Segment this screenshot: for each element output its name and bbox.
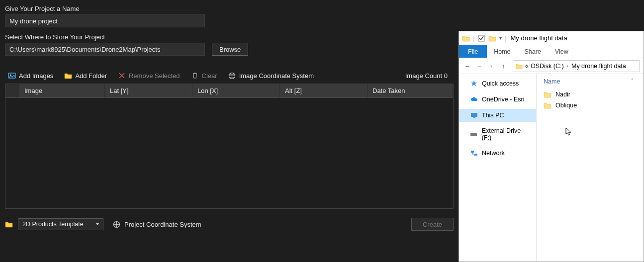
folder-item[interactable]: Nadir — [537, 89, 644, 100]
monitor-icon — [470, 111, 478, 119]
cloud-icon — [470, 95, 478, 103]
file-explorer-window: | ▾ | My drone flight data File Home Sha… — [459, 31, 644, 262]
explorer-nav-row: ← → ▾ ↑ « OSDisk (C:) › My drone flight … — [459, 58, 644, 74]
image-count-label: Image Count 0 — [405, 72, 451, 80]
footer-row: 2D Products Template Project Coordinate … — [5, 218, 454, 231]
explorer-titlebar[interactable]: | ▾ | My drone flight data — [459, 31, 644, 45]
chevron-up-icon: ˄ — [631, 78, 634, 84]
table-body-empty — [5, 98, 453, 208]
add-folder-label: Add Folder — [75, 72, 107, 80]
checkbox-icon[interactable] — [477, 34, 485, 42]
trash-icon — [191, 72, 199, 80]
project-setup-panel: Give Your Project a Name Select Where to… — [0, 0, 459, 262]
table-header-image[interactable]: Image — [19, 84, 105, 97]
globe-icon — [112, 220, 120, 228]
image-toolbar: Add Images Add Folder Remove Selected Cl… — [5, 70, 454, 82]
ribbon-tab-view[interactable]: View — [548, 45, 575, 58]
breadcrumb-folder[interactable]: My drone flight data — [571, 63, 626, 70]
clear-label: Clear — [202, 72, 217, 80]
svg-point-8 — [475, 134, 476, 135]
nav-forward-button[interactable]: → — [475, 63, 484, 70]
folder-icon — [488, 34, 496, 42]
folder-icon — [64, 72, 72, 80]
table-header-lat[interactable]: Lat [Y] — [105, 84, 192, 97]
project-coord-label: Project Coordinate System — [124, 221, 201, 228]
project-path-display[interactable]: C:\Users\mark8925\Documents\Drone2Map\Pr… — [5, 43, 205, 56]
clear-button[interactable]: Clear — [191, 72, 217, 80]
remove-icon — [118, 72, 126, 80]
image-coord-label: Image Coordinate System — [239, 72, 314, 80]
folder-icon — [515, 62, 523, 70]
add-images-button[interactable]: Add Images — [8, 72, 53, 80]
folder-icon — [544, 101, 552, 109]
column-header-name[interactable]: Name — [544, 78, 560, 85]
project-coord-button[interactable]: Project Coordinate System — [112, 220, 201, 228]
folder-icon — [544, 90, 552, 98]
globe-icon — [228, 72, 236, 80]
sidebar-item-label: OneDrive - Esri — [482, 96, 524, 103]
star-icon — [470, 80, 478, 87]
folder-icon — [462, 34, 470, 42]
remove-selected-label: Remove Selected — [129, 72, 180, 80]
address-bar[interactable]: « OSDisk (C:) › My drone flight data — [513, 60, 640, 72]
create-button[interactable]: Create — [411, 218, 454, 231]
sidebar-item-onedrive[interactable]: OneDrive - Esri — [459, 93, 536, 106]
nav-back-button[interactable]: ← — [463, 63, 472, 70]
svg-rect-5 — [471, 113, 477, 117]
image-coord-button[interactable]: Image Coordinate System — [228, 72, 314, 80]
table-header-alt[interactable]: Alt [Z] — [280, 84, 368, 97]
sidebar-item-label: Network — [482, 150, 505, 157]
breadcrumb-prefix[interactable]: « — [525, 63, 529, 70]
folder-item-label: Nadir — [555, 91, 570, 98]
nav-recent-dropdown[interactable]: ▾ — [487, 64, 496, 69]
ribbon-tab-file[interactable]: File — [459, 45, 487, 58]
sidebar-item-quick-access[interactable]: Quick access — [459, 77, 536, 90]
browse-button[interactable]: Browse — [212, 43, 248, 56]
add-images-label: Add Images — [19, 72, 53, 80]
ribbon-tab-share[interactable]: Share — [518, 45, 548, 58]
sidebar-item-label: This PC — [482, 112, 504, 119]
table-header-row: Image Lat [Y] Lon [X] Alt [Z] Date Taken — [5, 84, 453, 98]
project-store-label: Select Where to Store Your Project — [5, 33, 454, 41]
qat-dropdown-icon[interactable]: ▾ — [499, 35, 502, 41]
breadcrumb-drive[interactable]: OSDisk (C:) — [531, 63, 564, 70]
remove-selected-button[interactable]: Remove Selected — [118, 72, 180, 80]
project-name-input[interactable] — [5, 14, 205, 27]
folder-item-label: Oblique — [555, 102, 577, 109]
sidebar-item-network[interactable]: Network — [459, 147, 536, 160]
table-header-selector[interactable] — [5, 84, 19, 97]
template-folder-icon — [5, 220, 13, 228]
sidebar-item-external-drive[interactable]: External Drive (F:) — [459, 125, 536, 144]
svg-rect-4 — [478, 35, 484, 41]
table-header-lon[interactable]: Lon [X] — [192, 84, 280, 97]
svg-rect-6 — [473, 117, 475, 118]
images-icon — [8, 72, 16, 80]
add-folder-button[interactable]: Add Folder — [64, 72, 107, 80]
folder-item[interactable]: Oblique — [537, 100, 644, 111]
template-select[interactable]: 2D Products Template — [18, 218, 103, 230]
table-header-date[interactable]: Date Taken — [368, 84, 453, 97]
project-name-label: Give Your Project a Name — [5, 5, 454, 12]
chevron-right-icon: › — [566, 63, 569, 69]
explorer-ribbon: File Home Share View — [459, 45, 644, 58]
explorer-sidebar: Quick access OneDrive - Esri This PC — [459, 74, 537, 262]
network-icon — [470, 149, 478, 157]
sidebar-item-label: Quick access — [482, 80, 519, 87]
explorer-title-text: My drone flight data — [511, 34, 567, 42]
sidebar-item-this-pc[interactable]: This PC — [459, 109, 536, 122]
drive-icon — [470, 130, 478, 138]
sidebar-item-label: External Drive (F:) — [482, 127, 531, 141]
ribbon-tab-home[interactable]: Home — [487, 45, 517, 58]
explorer-content[interactable]: Name ˄ Nadir Oblique — [537, 74, 644, 262]
nav-up-button[interactable]: ↑ — [499, 63, 508, 70]
svg-rect-9 — [471, 151, 474, 153]
image-table: Image Lat [Y] Lon [X] Alt [Z] Date Taken — [5, 84, 454, 209]
